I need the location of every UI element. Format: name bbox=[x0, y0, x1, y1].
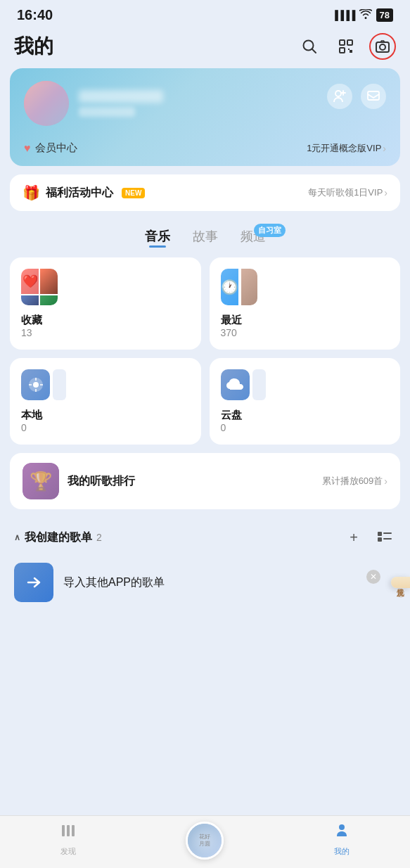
header-actions bbox=[296, 33, 396, 60]
svg-point-6 bbox=[335, 91, 341, 96]
section-title: ∧ 我创建的歌单 2 bbox=[14, 530, 102, 545]
channel-badge: 自习室 bbox=[254, 224, 286, 237]
welfare-section[interactable]: 🎁 福利活动中心 NEW 每天听歌领1日VIP › bbox=[10, 174, 400, 211]
tabs-container: 音乐 故事 频道 自习室 bbox=[0, 221, 410, 257]
rank-label: 我的听歌排行 bbox=[68, 474, 135, 489]
message-button[interactable] bbox=[361, 84, 386, 109]
nav-discover[interactable]: 发现 bbox=[47, 822, 89, 857]
page-title: 我的 bbox=[14, 33, 296, 60]
profile-info bbox=[79, 90, 163, 117]
svg-rect-2 bbox=[347, 40, 352, 45]
add-friend-button[interactable] bbox=[327, 84, 352, 109]
recent-card[interactable]: 🕐 最近 370 bbox=[210, 257, 401, 350]
playing-disc: 花好月圆 bbox=[186, 822, 224, 860]
chevron-right-icon: › bbox=[384, 187, 387, 198]
cloud-count: 0 bbox=[221, 422, 390, 433]
playlist-cover bbox=[14, 563, 53, 602]
chevron-right-icon: › bbox=[383, 143, 386, 154]
svg-rect-15 bbox=[67, 825, 70, 836]
mine-icon bbox=[333, 822, 350, 843]
recent-label: 最近 bbox=[221, 314, 390, 327]
playlist-info: 导入其他APP的歌单 bbox=[63, 575, 396, 590]
status-icons: ▐▐▐▐ 78 bbox=[332, 8, 393, 22]
user-sub bbox=[79, 107, 135, 117]
svg-rect-13 bbox=[383, 538, 392, 540]
svg-point-9 bbox=[33, 382, 39, 388]
local-card[interactable]: 本地 0 bbox=[10, 358, 201, 445]
list-view-button[interactable] bbox=[373, 526, 396, 549]
svg-rect-12 bbox=[378, 537, 382, 542]
favorites-card[interactable]: ❤️ 收藏 13 bbox=[10, 257, 201, 350]
feedback-button[interactable]: 意见反馈 bbox=[391, 577, 410, 588]
playlist-count: 2 bbox=[96, 532, 102, 543]
rank-icon: 🏆 bbox=[23, 463, 59, 499]
svg-rect-16 bbox=[72, 825, 75, 836]
svg-rect-3 bbox=[340, 48, 345, 53]
chevron-right-icon: › bbox=[384, 476, 387, 487]
nav-mine[interactable]: 我的 bbox=[321, 822, 363, 857]
tab-music[interactable]: 音乐 bbox=[145, 228, 170, 248]
favorites-count: 13 bbox=[21, 327, 190, 338]
welfare-right: 每天听歌领1日VIP › bbox=[308, 186, 387, 199]
svg-point-5 bbox=[380, 44, 385, 50]
vip-promo[interactable]: 1元开通概念版VIP › bbox=[307, 142, 386, 155]
bottom-nav: 发现 花好月圆 我的 bbox=[0, 815, 410, 868]
new-badge: NEW bbox=[122, 188, 145, 198]
rank-right: 累计播放609首 › bbox=[322, 475, 387, 487]
tab-channel[interactable]: 频道 自习室 bbox=[241, 228, 266, 248]
section-actions: + bbox=[342, 526, 396, 549]
add-playlist-button[interactable]: + bbox=[342, 526, 365, 549]
signal-icon: ▐▐▐▐ bbox=[332, 10, 355, 20]
heart-icon: ♥ bbox=[24, 142, 31, 155]
svg-rect-11 bbox=[383, 532, 392, 534]
svg-rect-14 bbox=[62, 825, 65, 836]
status-time: 16:40 bbox=[17, 7, 53, 23]
welfare-left: 🎁 福利活动中心 NEW bbox=[23, 184, 145, 201]
search-button[interactable] bbox=[296, 33, 323, 60]
music-grid: ❤️ 收藏 13 🕐 最近 370 bbox=[10, 257, 400, 445]
vip-member-center[interactable]: ♥ 会员中心 bbox=[24, 141, 77, 155]
username bbox=[79, 90, 163, 103]
camera-button[interactable] bbox=[369, 33, 396, 60]
cloud-card[interactable]: 云盘 0 bbox=[210, 358, 401, 445]
cloud-label: 云盘 bbox=[221, 409, 390, 422]
welfare-title: 福利活动中心 bbox=[46, 186, 113, 200]
welfare-icon: 🎁 bbox=[23, 184, 40, 201]
mine-label: 我的 bbox=[334, 846, 350, 857]
svg-rect-10 bbox=[378, 532, 382, 536]
status-bar: 16:40 ▐▐▐▐ 78 bbox=[0, 0, 410, 27]
playlist-name: 导入其他APP的歌单 bbox=[63, 575, 396, 590]
local-label: 本地 bbox=[21, 409, 190, 422]
scan-button[interactable] bbox=[333, 33, 359, 60]
playlist-import[interactable]: 导入其他APP的歌单 bbox=[0, 556, 410, 609]
tab-story[interactable]: 故事 bbox=[193, 228, 218, 248]
battery-icon: 78 bbox=[376, 8, 393, 22]
rank-section[interactable]: 🏆 我的听歌排行 累计播放609首 › bbox=[10, 453, 400, 509]
discover-label: 发现 bbox=[60, 846, 76, 857]
nav-playing[interactable]: 花好月圆 bbox=[184, 822, 226, 860]
profile-card: ♥ 会员中心 1元开通概念版VIP › bbox=[10, 68, 400, 166]
wifi-icon bbox=[359, 9, 372, 22]
created-playlists-header: ∧ 我创建的歌单 2 + bbox=[0, 519, 410, 556]
header: 我的 bbox=[0, 27, 410, 68]
close-feedback-button[interactable]: ✕ bbox=[366, 570, 380, 584]
avatar bbox=[24, 81, 69, 126]
favorites-label: 收藏 bbox=[21, 314, 190, 327]
local-count: 0 bbox=[21, 422, 190, 433]
recent-count: 370 bbox=[221, 327, 390, 338]
collapse-icon[interactable]: ∧ bbox=[14, 532, 20, 542]
discover-icon bbox=[60, 822, 77, 843]
favorites-thumb: ❤️ bbox=[21, 269, 58, 305]
svg-rect-1 bbox=[340, 40, 345, 45]
svg-point-17 bbox=[339, 824, 345, 830]
